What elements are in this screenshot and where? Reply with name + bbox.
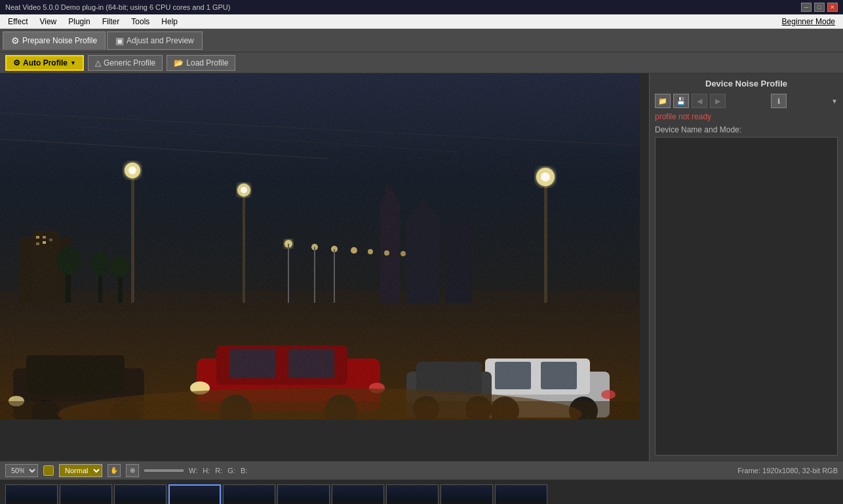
film-thumb-8[interactable]	[386, 484, 439, 505]
zoom-select[interactable]: 50% 100% 75%	[5, 464, 38, 477]
close-button[interactable]: ✕	[827, 3, 838, 12]
film-thumb-7[interactable]	[332, 484, 384, 505]
menu-help[interactable]: Help	[156, 16, 183, 28]
film-thumb-4[interactable]	[168, 484, 221, 505]
generic-icon: △	[95, 58, 101, 68]
canvas-area	[0, 73, 649, 461]
device-name-box	[655, 137, 838, 456]
toolbar: ⚙ Prepare Noise Profile ▣ Adjust and Pre…	[0, 29, 843, 52]
generic-profile-button[interactable]: △ Generic Profile	[88, 55, 163, 71]
panel-title: Device Noise Profile	[655, 79, 838, 88]
panel-toolbar: 📁 💾 ◀ ▶ ℹ ▼	[655, 94, 838, 108]
width-label: W:	[189, 467, 197, 475]
auto-profile-button[interactable]: ⚙ Auto Profile ▼	[5, 55, 84, 71]
status-bar: 50% 100% 75% Normal ✋ ⊕ W: H: R: G: B: F…	[0, 461, 843, 479]
maximize-button[interactable]: □	[814, 3, 825, 12]
adjust-icon: ▣	[115, 35, 124, 46]
mode-indicator	[43, 465, 54, 476]
menu-effect[interactable]: Effect	[3, 16, 33, 28]
film-thumb-5[interactable]	[223, 484, 275, 505]
info-tool[interactable]: ⊕	[126, 464, 139, 477]
load-icon: 📂	[174, 58, 184, 68]
height-label: H:	[203, 467, 210, 475]
svg-rect-71	[0, 73, 640, 419]
menu-filter[interactable]: Filter	[97, 16, 125, 28]
menu-view[interactable]: View	[34, 16, 62, 28]
minimize-button[interactable]: ─	[801, 3, 812, 12]
panel-info-button[interactable]: ℹ	[771, 94, 787, 108]
generic-profile-label: Generic Profile	[104, 58, 155, 68]
film-thumb-2[interactable]	[60, 484, 112, 505]
menu-bar: Effect View Plugin Filter Tools Help Beg…	[0, 14, 843, 29]
prepare-icon: ⚙	[11, 35, 20, 46]
profile-bar: ⚙ Auto Profile ▼ △ Generic Profile 📂 Loa…	[0, 52, 843, 73]
hand-tool[interactable]: ✋	[108, 464, 121, 477]
dropdown-arrow: ▼	[70, 60, 76, 66]
tab-adjust-preview[interactable]: ▣ Adjust and Preview	[107, 31, 203, 50]
prepare-label: Prepare Noise Profile	[22, 36, 97, 45]
r-label: R:	[215, 467, 222, 475]
panel-save-button[interactable]: 💾	[673, 94, 689, 108]
title-controls: ─ □ ✕	[801, 3, 838, 12]
g-label: G:	[227, 467, 235, 475]
panel-dropdown-arrow[interactable]: ▼	[831, 98, 838, 105]
main-image	[0, 73, 640, 419]
beginner-mode-button[interactable]: Beginner Mode	[782, 17, 840, 26]
panel-next-button[interactable]: ▶	[710, 94, 726, 108]
load-profile-button[interactable]: 📂 Load Profile	[167, 55, 235, 71]
filmstrip	[0, 479, 843, 504]
frame-info: Frame: 1920x1080, 32-bit RGB	[737, 467, 838, 475]
slider[interactable]	[144, 469, 184, 472]
auto-profile-label: Auto Profile	[23, 58, 68, 68]
film-thumb-3[interactable]	[114, 484, 167, 505]
device-name-label: Device Name and Mode:	[655, 125, 838, 134]
scene-svg	[0, 73, 640, 419]
slider-container	[144, 469, 184, 472]
tab-prepare-noise-profile[interactable]: ⚙ Prepare Noise Profile	[3, 31, 106, 50]
menu-plugin[interactable]: Plugin	[63, 16, 95, 28]
auto-profile-icon: ⚙	[13, 58, 20, 68]
film-thumb-9[interactable]	[441, 484, 493, 505]
panel-prev-button[interactable]: ◀	[692, 94, 707, 108]
b-label: B:	[241, 467, 247, 475]
profile-status: profile not ready	[655, 112, 838, 121]
main-content: Device Noise Profile 📁 💾 ◀ ▶ ℹ ▼ profile…	[0, 73, 843, 461]
menu-tools[interactable]: Tools	[126, 16, 155, 28]
film-thumb-1[interactable]	[5, 484, 58, 505]
film-thumb-10[interactable]	[495, 484, 547, 505]
mode-select[interactable]: Normal	[59, 464, 102, 477]
load-profile-label: Load Profile	[186, 58, 228, 68]
app-title: Neat Video 5.0.0 Demo plug-in (64-bit; u…	[5, 3, 230, 11]
film-thumb-6[interactable]	[277, 484, 330, 505]
right-panel: Device Noise Profile 📁 💾 ◀ ▶ ℹ ▼ profile…	[649, 73, 843, 461]
adjust-label: Adjust and Preview	[127, 36, 194, 45]
title-bar: Neat Video 5.0.0 Demo plug-in (64-bit; u…	[0, 0, 843, 14]
panel-open-button[interactable]: 📁	[655, 94, 671, 108]
